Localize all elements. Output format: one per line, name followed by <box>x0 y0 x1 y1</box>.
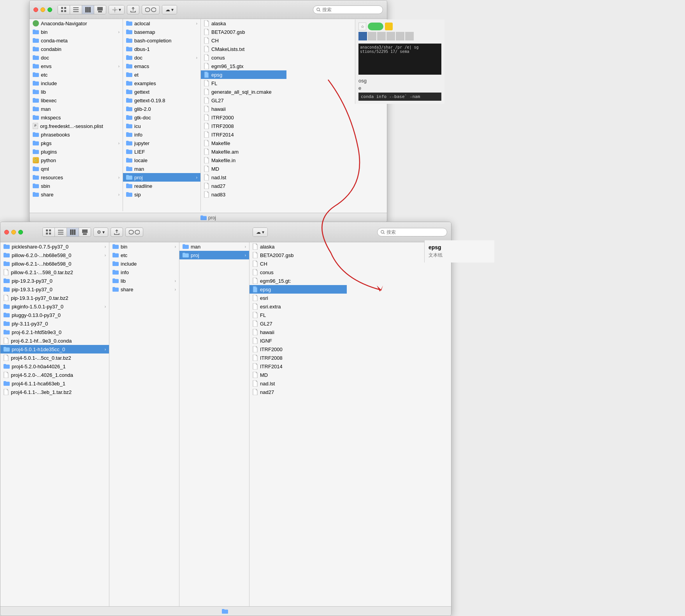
list-item[interactable]: readline <box>123 182 200 190</box>
list-item[interactable]: CMakeLists.txt <box>201 45 286 53</box>
star-icon[interactable]: ☆ <box>358 23 366 30</box>
list-item[interactable]: nad.lst <box>249 379 347 388</box>
list-item[interactable]: ITRF2008 <box>249 354 347 362</box>
list-item[interactable]: Anaconda-Navigator <box>30 19 123 28</box>
list-item[interactable]: alaska <box>201 19 286 28</box>
cover-view-bottom[interactable] <box>79 228 91 236</box>
list-item[interactable]: 🐍 python <box>30 156 123 164</box>
list-item[interactable]: pip-19.2.3-py37_0 <box>0 276 109 285</box>
list-item[interactable]: pillow-6.2.0-...hb68e598_0 › <box>0 251 109 259</box>
gear-button-bottom[interactable]: ⚙ ▾ <box>94 228 108 236</box>
list-view-bottom[interactable] <box>55 228 67 236</box>
list-item[interactable]: lib <box>30 88 123 96</box>
list-item[interactable]: BETA2007.gsb <box>249 251 347 259</box>
minimize-button-top[interactable] <box>40 7 45 12</box>
list-item[interactable]: gtk-doc <box>123 113 200 122</box>
list-item[interactable]: conus <box>249 268 347 276</box>
list-item[interactable]: nad.lst <box>201 173 286 182</box>
list-item[interactable]: GL27 <box>249 319 347 328</box>
list-item[interactable]: libexec <box>30 96 123 105</box>
dropbox-button-top[interactable]: ☁ ▾ <box>162 5 177 14</box>
list-item[interactable]: doc <box>30 53 123 62</box>
list-item[interactable]: Makefile.am <box>201 147 286 156</box>
search-input-top[interactable] <box>322 7 379 12</box>
list-item[interactable]: proj4-5.2.0-h0a44026_1 <box>0 362 109 371</box>
path-button-bottom[interactable] <box>125 228 143 237</box>
list-item[interactable]: BETA2007.gsb <box>201 28 286 36</box>
list-item-epsg-selected-top[interactable]: epsg <box>201 70 286 79</box>
gear-button-top[interactable]: ▾ <box>109 5 124 14</box>
list-item[interactable]: nad27 <box>201 182 286 190</box>
list-item[interactable]: info <box>123 130 200 139</box>
list-item[interactable]: bin › <box>30 28 123 36</box>
list-item[interactable]: include <box>109 259 179 268</box>
list-item[interactable]: CH <box>249 259 347 268</box>
list-item[interactable]: sbin <box>30 182 123 190</box>
list-item-proj-selected-bottom[interactable]: proj › <box>179 251 249 259</box>
list-item[interactable]: icu <box>123 122 200 130</box>
list-item[interactable]: pip-19.3.1-py37_0 <box>0 285 109 294</box>
list-item[interactable]: jupyter <box>123 139 200 147</box>
list-item[interactable]: pillow-6.2.1-...598_0.tar.bz2 <box>0 268 109 276</box>
list-item[interactable]: envs › <box>30 62 123 70</box>
list-item[interactable]: pip-19.3.1-py37_0.tar.bz2 <box>0 294 109 302</box>
list-item[interactable]: bash-completion <box>123 36 200 45</box>
list-item[interactable]: aclocal › <box>123 19 200 28</box>
list-item[interactable]: basemap <box>123 28 200 36</box>
list-item[interactable]: pkginfo-1.5.0.1-py37_0 › <box>0 302 109 311</box>
list-item[interactable]: hawaii <box>201 105 286 113</box>
icon-view-bottom[interactable] <box>43 228 55 236</box>
search-bar-top[interactable] <box>313 5 383 14</box>
list-item[interactable]: proj4-5.0.1-...5cc_0.tar.bz2 <box>0 354 109 362</box>
list-item[interactable]: man › <box>179 242 249 251</box>
list-item[interactable]: qml <box>30 164 123 173</box>
list-item[interactable]: egm96_15.gtx <box>201 62 286 70</box>
list-item[interactable]: gettext <box>123 88 200 96</box>
close-button-bottom[interactable] <box>4 230 9 234</box>
list-item[interactable]: ITRF2000 <box>201 113 286 122</box>
list-item[interactable]: ITRF2008 <box>201 122 286 130</box>
cover-view-top[interactable] <box>94 5 106 14</box>
list-item-proj-selected[interactable]: proj › <box>123 173 200 182</box>
list-item[interactable]: conus <box>201 53 286 62</box>
list-item[interactable]: proj4-6.1.1-hca663eb_1 <box>0 379 109 388</box>
list-item[interactable]: man <box>123 164 200 173</box>
list-item[interactable]: examples <box>123 79 200 88</box>
list-item[interactable]: hawaii <box>249 328 347 336</box>
column-view-bottom[interactable] <box>67 228 79 236</box>
close-button-top[interactable] <box>33 7 38 12</box>
list-item[interactable]: pkgs › <box>30 139 123 147</box>
list-item[interactable]: etc <box>30 70 123 79</box>
list-item[interactable]: bin › <box>109 242 179 251</box>
toggle-on[interactable] <box>368 23 383 30</box>
list-item[interactable]: et <box>123 70 200 79</box>
list-item[interactable]: pickleshare-0.7.5-py37_0 › <box>0 242 109 251</box>
list-item[interactable]: esri <box>249 294 347 302</box>
list-item[interactable]: man <box>30 105 123 113</box>
list-item[interactable]: doc › <box>123 53 200 62</box>
minimize-button-bottom[interactable] <box>11 230 16 234</box>
list-item[interactable]: IGNF <box>249 336 347 345</box>
path-button-top[interactable] <box>142 5 160 14</box>
list-item[interactable]: nad27 <box>249 388 347 396</box>
list-item[interactable]: etc <box>109 251 179 259</box>
list-item[interactable]: nad83 <box>201 190 286 199</box>
list-item[interactable]: p org.freedeskt...-session.plist <box>30 122 123 130</box>
list-item[interactable]: plugins <box>30 147 123 156</box>
list-item[interactable]: proj4-5.2.0-...4026_1.conda <box>0 371 109 379</box>
list-item[interactable]: ITRF2014 <box>249 362 347 371</box>
list-item[interactable]: Makefile <box>201 139 286 147</box>
list-item[interactable]: info <box>109 268 179 276</box>
list-item[interactable]: include <box>30 79 123 88</box>
list-item[interactable]: MD <box>249 371 347 379</box>
list-item[interactable]: LIEF <box>123 147 200 156</box>
share-button-top[interactable] <box>127 5 139 14</box>
search-input-bottom[interactable] <box>386 229 444 235</box>
list-item[interactable]: phrasebooks <box>30 130 123 139</box>
list-item[interactable]: MD <box>201 164 286 173</box>
list-item[interactable]: glib-2.0 <box>123 105 200 113</box>
list-item[interactable]: mkspecs <box>30 113 123 122</box>
list-item[interactable]: share › <box>109 285 179 294</box>
dropbox-button-bottom[interactable]: ☁ ▾ <box>253 228 267 236</box>
list-item[interactable]: GL27 <box>201 96 286 105</box>
